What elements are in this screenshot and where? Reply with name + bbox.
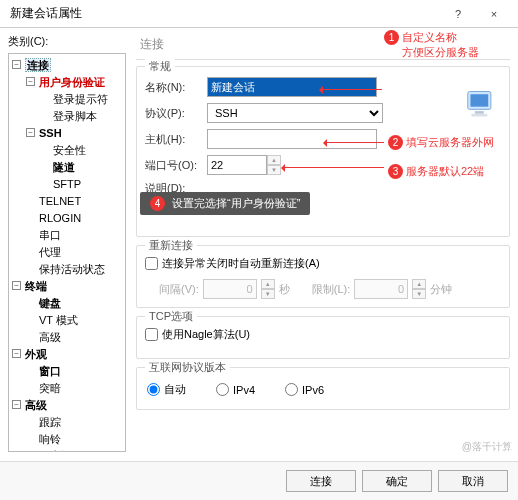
- sec-label: 秒: [279, 282, 290, 297]
- desc-label: 说明(D):: [145, 181, 207, 196]
- name-input[interactable]: [207, 77, 377, 97]
- tree-node-proxy[interactable]: 代理: [39, 246, 61, 258]
- tree-node-serial[interactable]: 串口: [39, 229, 61, 241]
- name-label: 名称(N):: [145, 80, 207, 95]
- reconnect-group: 重新连接 连接异常关闭时自动重新连接(A) 间隔(V): ▲▼ 秒 限制(L):…: [136, 245, 510, 308]
- cancel-button[interactable]: 取消: [438, 470, 508, 492]
- interval-input: [203, 279, 257, 299]
- ok-button[interactable]: 确定: [362, 470, 432, 492]
- tree-node-connection[interactable]: 连接: [25, 58, 51, 72]
- nagle-label: 使用Nagle算法(U): [162, 327, 250, 342]
- tree-toggle[interactable]: −: [12, 60, 21, 69]
- tree-node-advanced[interactable]: 高级: [25, 399, 47, 411]
- category-label: 类别(C):: [8, 34, 126, 49]
- tree-node-log[interactable]: 日志记录: [39, 450, 83, 452]
- auto-reconnect-checkbox[interactable]: [145, 257, 158, 270]
- host-input[interactable]: [207, 129, 377, 149]
- tree-node-vtmode[interactable]: VT 模式: [39, 314, 78, 326]
- tree-node-terminal[interactable]: 终端: [25, 280, 47, 292]
- tree-node-sftp[interactable]: SFTP: [53, 178, 81, 190]
- connect-button[interactable]: 连接: [286, 470, 356, 492]
- ipver-legend: 互联网协议版本: [145, 360, 230, 375]
- tree-node-term-advanced[interactable]: 高级: [39, 331, 61, 343]
- tree-node-security[interactable]: 安全性: [53, 144, 86, 156]
- port-label: 端口号(O):: [145, 158, 207, 173]
- titlebar: 新建会话属性 ? ×: [0, 0, 518, 28]
- window-title: 新建会话属性: [10, 5, 440, 22]
- tree-node-login-prompt[interactable]: 登录提示符: [53, 93, 108, 105]
- tree-toggle[interactable]: −: [26, 128, 35, 137]
- tree-toggle[interactable]: −: [12, 400, 21, 409]
- port-input[interactable]: [207, 155, 267, 175]
- nagle-checkbox[interactable]: [145, 328, 158, 341]
- tree-toggle[interactable]: −: [12, 349, 21, 358]
- host-label: 主机(H):: [145, 132, 207, 147]
- tree-node-telnet[interactable]: TELNET: [39, 195, 81, 207]
- tree-node-tunnel[interactable]: 隧道: [53, 161, 75, 173]
- protocol-select[interactable]: SSH: [207, 103, 383, 123]
- tree-node-identity[interactable]: 用户身份验证: [39, 76, 105, 88]
- watermark: @落千计算: [462, 440, 512, 454]
- tree-node-ssh[interactable]: SSH: [39, 127, 62, 139]
- interval-label: 间隔(V):: [159, 282, 199, 297]
- auto-reconnect-label: 连接异常关闭时自动重新连接(A): [162, 256, 320, 271]
- tree-node-rlogin[interactable]: RLOGIN: [39, 212, 81, 224]
- interval-spinner: ▲▼: [261, 279, 275, 299]
- tree-node-window[interactable]: 窗口: [39, 365, 61, 377]
- panel-title: 连接: [136, 32, 510, 60]
- limit-spinner: ▲▼: [412, 279, 426, 299]
- ip-v4-radio[interactable]: IPv4: [216, 382, 255, 397]
- min-label: 分钟: [430, 282, 452, 297]
- tree-node-appearance[interactable]: 外观: [25, 348, 47, 360]
- tcp-group: TCP选项 使用Nagle算法(U): [136, 316, 510, 359]
- tree-toggle[interactable]: −: [26, 77, 35, 86]
- tree-node-login-script[interactable]: 登录脚本: [53, 110, 97, 122]
- footer: 连接 确定 取消: [0, 461, 518, 500]
- tcp-legend: TCP选项: [145, 309, 197, 324]
- ip-auto-radio[interactable]: 自动: [147, 382, 186, 397]
- tree-node-bell[interactable]: 响铃: [39, 433, 61, 445]
- tree-node-highlight[interactable]: 突暗: [39, 382, 61, 394]
- tree-node-keyboard[interactable]: 键盘: [39, 297, 61, 309]
- protocol-label: 协议(P):: [145, 106, 207, 121]
- close-button[interactable]: ×: [476, 2, 512, 26]
- tree-node-trace[interactable]: 跟踪: [39, 416, 61, 428]
- tree-node-keepalive[interactable]: 保持活动状态: [39, 263, 105, 275]
- limit-label: 限制(L):: [312, 282, 351, 297]
- help-button[interactable]: ?: [440, 2, 476, 26]
- general-legend: 常规: [145, 59, 175, 74]
- ipver-group: 互联网协议版本 自动 IPv4 IPv6: [136, 367, 510, 410]
- tree-toggle[interactable]: −: [12, 281, 21, 290]
- general-group: 常规 名称(N): 协议(P): SSH 主机(H): 端口号(O): ▲▼ 说…: [136, 66, 510, 237]
- port-spinner[interactable]: ▲▼: [267, 155, 281, 175]
- reconnect-legend: 重新连接: [145, 238, 197, 253]
- category-tree[interactable]: − 连接 − 用户身份验证 登录提示符 登录脚本 − SSH: [8, 53, 126, 452]
- ip-v6-radio[interactable]: IPv6: [285, 382, 324, 397]
- limit-input: [354, 279, 408, 299]
